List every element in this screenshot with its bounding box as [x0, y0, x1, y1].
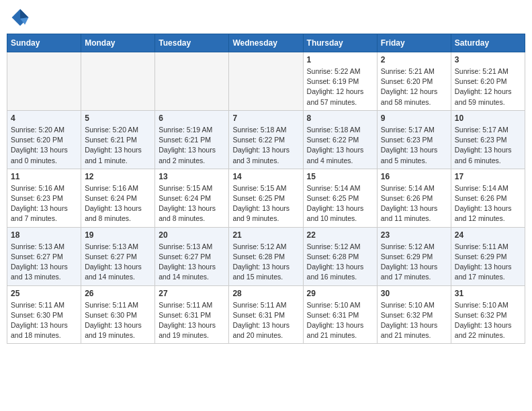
day-number: 2 [381, 55, 447, 64]
week-row-4: 18Sunrise: 5:13 AM Sunset: 6:27 PM Dayli… [7, 227, 525, 285]
calendar-cell: 31Sunrise: 5:10 AM Sunset: 6:32 PM Dayli… [451, 285, 525, 344]
calendar-cell: 22Sunrise: 5:12 AM Sunset: 6:28 PM Dayli… [303, 227, 377, 285]
calendar-cell [81, 52, 155, 111]
day-number: 31 [455, 289, 521, 298]
day-info: Sunrise: 5:14 AM Sunset: 6:25 PM Dayligh… [307, 183, 373, 224]
day-number: 4 [11, 113, 77, 123]
calendar-cell: 29Sunrise: 5:10 AM Sunset: 6:31 PM Dayli… [303, 285, 377, 344]
day-number: 15 [307, 172, 373, 181]
calendar-table: SundayMondayTuesdayWednesdayThursdayFrid… [7, 34, 525, 344]
calendar-cell: 11Sunrise: 5:16 AM Sunset: 6:23 PM Dayli… [7, 169, 81, 227]
day-number: 14 [232, 172, 299, 181]
day-number: 10 [455, 113, 521, 123]
day-number: 20 [159, 230, 225, 240]
day-number: 7 [232, 113, 299, 123]
day-number: 6 [159, 113, 225, 123]
weekday-header-sunday: Sunday [7, 34, 81, 52]
calendar-cell: 17Sunrise: 5:14 AM Sunset: 6:26 PM Dayli… [451, 169, 525, 227]
day-info: Sunrise: 5:22 AM Sunset: 6:19 PM Dayligh… [307, 66, 373, 107]
day-number: 27 [159, 289, 225, 298]
calendar-cell: 24Sunrise: 5:11 AM Sunset: 6:29 PM Dayli… [451, 227, 525, 285]
day-number: 13 [159, 172, 225, 181]
calendar-cell: 13Sunrise: 5:15 AM Sunset: 6:24 PM Dayli… [155, 169, 229, 227]
day-number: 17 [455, 172, 521, 181]
day-info: Sunrise: 5:18 AM Sunset: 6:22 PM Dayligh… [307, 125, 373, 166]
day-number: 28 [232, 289, 299, 298]
calendar-cell: 1Sunrise: 5:22 AM Sunset: 6:19 PM Daylig… [303, 52, 377, 111]
calendar-cell: 30Sunrise: 5:10 AM Sunset: 6:32 PM Dayli… [377, 285, 451, 344]
day-number: 19 [85, 230, 151, 240]
day-number: 11 [11, 172, 77, 181]
day-info: Sunrise: 5:18 AM Sunset: 6:22 PM Dayligh… [232, 125, 299, 166]
day-number: 29 [307, 289, 373, 298]
calendar-cell: 8Sunrise: 5:18 AM Sunset: 6:22 PM Daylig… [303, 110, 377, 169]
day-info: Sunrise: 5:13 AM Sunset: 6:27 PM Dayligh… [159, 242, 225, 283]
weekday-header-wednesday: Wednesday [229, 34, 303, 52]
svg-marker-1 [20, 9, 28, 19]
day-info: Sunrise: 5:21 AM Sunset: 6:20 PM Dayligh… [455, 66, 521, 107]
day-info: Sunrise: 5:10 AM Sunset: 6:31 PM Dayligh… [307, 300, 373, 341]
weekday-header-tuesday: Tuesday [155, 34, 229, 52]
day-info: Sunrise: 5:11 AM Sunset: 6:30 PM Dayligh… [11, 300, 77, 341]
day-info: Sunrise: 5:17 AM Sunset: 6:23 PM Dayligh… [455, 125, 521, 166]
weekday-header-saturday: Saturday [451, 34, 525, 52]
calendar-cell: 10Sunrise: 5:17 AM Sunset: 6:23 PM Dayli… [451, 110, 525, 169]
week-row-5: 25Sunrise: 5:11 AM Sunset: 6:30 PM Dayli… [7, 285, 525, 344]
logo-icon [9, 7, 31, 28]
day-number: 24 [455, 230, 521, 240]
logo [9, 7, 34, 28]
day-info: Sunrise: 5:19 AM Sunset: 6:21 PM Dayligh… [159, 125, 225, 166]
day-info: Sunrise: 5:17 AM Sunset: 6:23 PM Dayligh… [381, 125, 447, 166]
day-info: Sunrise: 5:13 AM Sunset: 6:27 PM Dayligh… [85, 242, 151, 283]
day-info: Sunrise: 5:10 AM Sunset: 6:32 PM Dayligh… [455, 300, 521, 341]
day-info: Sunrise: 5:14 AM Sunset: 6:26 PM Dayligh… [381, 183, 447, 224]
day-number: 12 [85, 172, 151, 181]
calendar-cell: 3Sunrise: 5:21 AM Sunset: 6:20 PM Daylig… [451, 52, 525, 111]
day-number: 30 [381, 289, 447, 298]
calendar-cell: 6Sunrise: 5:19 AM Sunset: 6:21 PM Daylig… [155, 110, 229, 169]
calendar-cell: 4Sunrise: 5:20 AM Sunset: 6:20 PM Daylig… [7, 110, 81, 169]
day-number: 25 [11, 289, 77, 298]
day-info: Sunrise: 5:14 AM Sunset: 6:26 PM Dayligh… [455, 183, 521, 224]
day-info: Sunrise: 5:11 AM Sunset: 6:29 PM Dayligh… [455, 242, 521, 283]
calendar-cell [7, 52, 81, 111]
calendar-cell: 19Sunrise: 5:13 AM Sunset: 6:27 PM Dayli… [81, 227, 155, 285]
calendar-cell: 21Sunrise: 5:12 AM Sunset: 6:28 PM Dayli… [229, 227, 303, 285]
weekday-header-friday: Friday [377, 34, 451, 52]
calendar-cell: 26Sunrise: 5:11 AM Sunset: 6:30 PM Dayli… [81, 285, 155, 344]
calendar-cell: 15Sunrise: 5:14 AM Sunset: 6:25 PM Dayli… [303, 169, 377, 227]
day-info: Sunrise: 5:15 AM Sunset: 6:24 PM Dayligh… [159, 183, 225, 224]
calendar-cell: 7Sunrise: 5:18 AM Sunset: 6:22 PM Daylig… [229, 110, 303, 169]
calendar-cell: 18Sunrise: 5:13 AM Sunset: 6:27 PM Dayli… [7, 227, 81, 285]
calendar-cell: 20Sunrise: 5:13 AM Sunset: 6:27 PM Dayli… [155, 227, 229, 285]
calendar-cell: 14Sunrise: 5:15 AM Sunset: 6:25 PM Dayli… [229, 169, 303, 227]
calendar-cell [155, 52, 229, 111]
day-number: 3 [455, 55, 521, 64]
day-number: 8 [307, 113, 373, 123]
day-info: Sunrise: 5:11 AM Sunset: 6:31 PM Dayligh… [159, 300, 225, 341]
day-info: Sunrise: 5:10 AM Sunset: 6:32 PM Dayligh… [381, 300, 447, 341]
weekday-header-row: SundayMondayTuesdayWednesdayThursdayFrid… [7, 34, 525, 52]
week-row-2: 4Sunrise: 5:20 AM Sunset: 6:20 PM Daylig… [7, 110, 525, 169]
day-number: 22 [307, 230, 373, 240]
day-info: Sunrise: 5:21 AM Sunset: 6:20 PM Dayligh… [381, 66, 447, 107]
day-info: Sunrise: 5:16 AM Sunset: 6:24 PM Dayligh… [85, 183, 151, 224]
day-number: 23 [381, 230, 447, 240]
day-info: Sunrise: 5:12 AM Sunset: 6:29 PM Dayligh… [381, 242, 447, 283]
calendar-cell: 27Sunrise: 5:11 AM Sunset: 6:31 PM Dayli… [155, 285, 229, 344]
day-info: Sunrise: 5:20 AM Sunset: 6:21 PM Dayligh… [85, 125, 151, 166]
calendar-cell: 23Sunrise: 5:12 AM Sunset: 6:29 PM Dayli… [377, 227, 451, 285]
day-info: Sunrise: 5:13 AM Sunset: 6:27 PM Dayligh… [11, 242, 77, 283]
day-info: Sunrise: 5:12 AM Sunset: 6:28 PM Dayligh… [307, 242, 373, 283]
day-info: Sunrise: 5:20 AM Sunset: 6:20 PM Dayligh… [11, 125, 77, 166]
day-info: Sunrise: 5:16 AM Sunset: 6:23 PM Dayligh… [11, 183, 77, 224]
day-info: Sunrise: 5:11 AM Sunset: 6:30 PM Dayligh… [85, 300, 151, 341]
day-number: 9 [381, 113, 447, 123]
day-number: 1 [307, 55, 373, 64]
day-info: Sunrise: 5:11 AM Sunset: 6:31 PM Dayligh… [232, 300, 299, 341]
day-number: 26 [85, 289, 151, 298]
day-number: 21 [232, 230, 299, 240]
calendar-cell [229, 52, 303, 111]
calendar-cell: 2Sunrise: 5:21 AM Sunset: 6:20 PM Daylig… [377, 52, 451, 111]
calendar-cell: 9Sunrise: 5:17 AM Sunset: 6:23 PM Daylig… [377, 110, 451, 169]
